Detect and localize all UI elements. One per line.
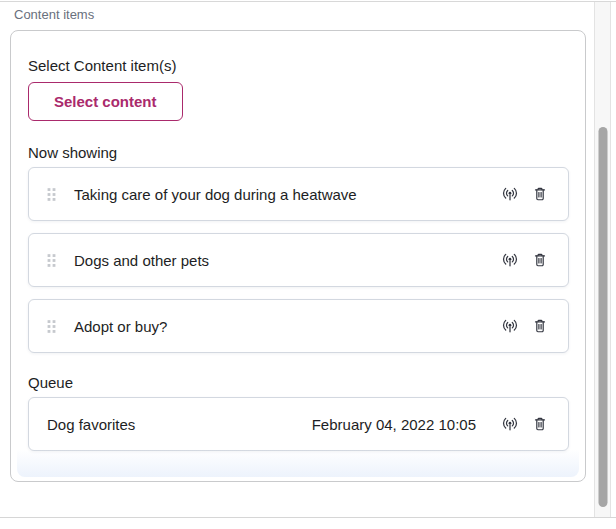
content-items-panel: Select Content item(s) Select content No… (10, 30, 586, 482)
bottom-divider (0, 517, 616, 518)
drag-handle-icon[interactable] (47, 253, 56, 267)
queue-item-timestamp: February 04, 2022 10:05 (312, 416, 476, 433)
queue-list: Dog favorites February 04, 2022 10:05 (28, 397, 569, 451)
content-item-row: Taking care of your dog during a heatwav… (28, 167, 569, 221)
row-actions (502, 416, 548, 432)
drag-handle-icon[interactable] (47, 319, 56, 333)
queue-label: Queue (28, 374, 569, 391)
content-item-row: Adopt or buy? (28, 299, 569, 353)
trash-icon[interactable] (532, 252, 548, 268)
row-actions (502, 252, 548, 268)
broadcast-icon[interactable] (502, 186, 518, 202)
scrollbar-track[interactable] (594, 2, 611, 517)
drag-handle-icon[interactable] (47, 187, 56, 201)
content-item-title: Adopt or buy? (74, 318, 502, 335)
broadcast-icon[interactable] (502, 318, 518, 334)
trash-icon[interactable] (532, 318, 548, 334)
broadcast-icon[interactable] (502, 252, 518, 268)
content-item-title: Taking care of your dog during a heatwav… (74, 186, 502, 203)
queue-item-row: Dog favorites February 04, 2022 10:05 (28, 397, 569, 451)
content-item-title: Dogs and other pets (74, 252, 502, 269)
queue-item-title: Dog favorites (47, 416, 312, 433)
content-item-row: Dogs and other pets (28, 233, 569, 287)
now-showing-label: Now showing (28, 144, 569, 161)
select-content-button[interactable]: Select content (28, 82, 183, 121)
trash-icon[interactable] (532, 186, 548, 202)
row-actions (502, 318, 548, 334)
top-divider (0, 1, 616, 2)
broadcast-icon[interactable] (502, 416, 518, 432)
scrollbar-thumb[interactable] (598, 127, 607, 507)
content-items-label: Content items (14, 7, 94, 22)
select-content-items-label: Select Content item(s) (28, 57, 569, 74)
row-actions (502, 186, 548, 202)
trash-icon[interactable] (532, 416, 548, 432)
now-showing-list: Taking care of your dog during a heatwav… (28, 167, 569, 353)
